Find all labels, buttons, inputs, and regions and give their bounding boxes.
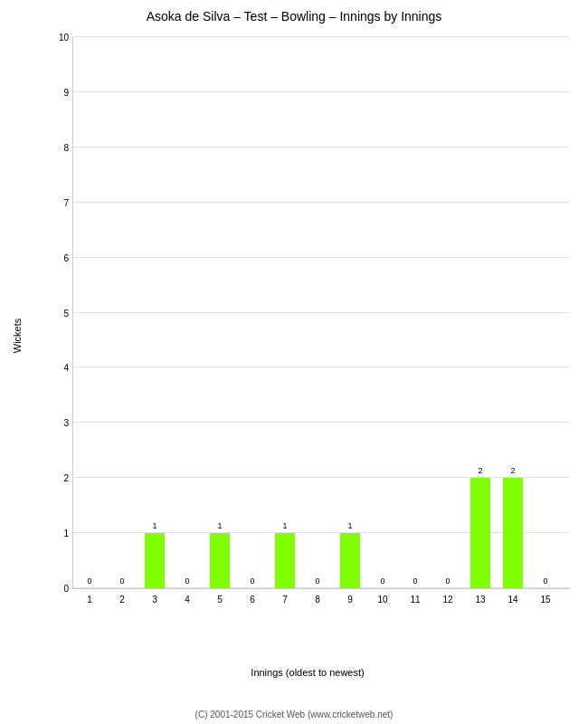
- bar: [145, 533, 165, 588]
- y-tick-label: 8: [51, 142, 69, 152]
- plot-area: 0123456789100102130415061708190100110122…: [72, 37, 570, 589]
- x-tick-label: 8: [315, 595, 320, 605]
- x-tick-label: 9: [347, 595, 353, 605]
- y-axis-label: Wickets: [12, 319, 23, 354]
- bar: [275, 533, 295, 588]
- x-tick-label: 7: [282, 595, 288, 605]
- bar-value-label: 0: [80, 576, 100, 586]
- y-tick-label: 0: [51, 584, 69, 594]
- bar-value-label: 1: [210, 521, 230, 530]
- footer: (C) 2001-2015 Cricket Web (www.cricketwe…: [195, 710, 394, 719]
- bar-value-label: 0: [112, 576, 132, 586]
- bar-value-label: 0: [177, 576, 197, 586]
- y-tick-label: 2: [51, 473, 69, 483]
- x-tick-label: 3: [152, 595, 157, 605]
- bar-value-label: 2: [503, 466, 523, 475]
- y-tick-label: 4: [51, 363, 69, 373]
- y-tick-label: 10: [51, 33, 69, 43]
- x-tick-label: 15: [540, 595, 550, 605]
- x-axis-label: Innings (oldest to newest): [251, 667, 364, 678]
- bar: [210, 533, 230, 588]
- x-tick-label: 2: [119, 595, 125, 605]
- bar-value-label: 2: [470, 466, 490, 475]
- y-tick-label: 3: [51, 418, 69, 428]
- x-tick-label: 4: [185, 595, 190, 605]
- grid-line: [73, 312, 570, 313]
- bar-value-label: 0: [438, 576, 458, 586]
- y-tick-label: 7: [51, 197, 69, 207]
- bar-value-label: 1: [145, 521, 165, 530]
- x-tick-label: 10: [377, 595, 387, 605]
- x-tick-label: 12: [442, 595, 452, 605]
- y-tick-label: 5: [51, 308, 69, 318]
- x-tick-label: 5: [217, 595, 223, 605]
- chart-container: Asoka de Silva – Test – Bowling – Inning…: [0, 0, 588, 724]
- y-tick-label: 1: [51, 529, 69, 538]
- chart-title: Asoka de Silva – Test – Bowling – Inning…: [147, 9, 442, 24]
- grid-line: [73, 477, 570, 478]
- x-tick-label: 6: [250, 595, 255, 605]
- bar-value-label: 0: [405, 576, 425, 586]
- bar-value-label: 1: [340, 521, 360, 530]
- grid-line: [73, 367, 570, 367]
- grid-line: [73, 147, 570, 148]
- chart-area: Wickets 01234567891001021304150617081901…: [36, 28, 579, 643]
- bar-value-label: 0: [373, 576, 393, 586]
- grid-line: [73, 257, 570, 258]
- grid-line: [73, 422, 570, 423]
- grid-line: [73, 36, 570, 37]
- grid-line: [73, 202, 570, 203]
- x-tick-label: 13: [475, 595, 485, 605]
- bar-value-label: 0: [308, 576, 327, 586]
- x-tick-label: 11: [410, 595, 420, 605]
- y-tick-label: 9: [51, 87, 69, 97]
- x-tick-label: 14: [507, 595, 517, 605]
- bar: [470, 478, 490, 588]
- bar: [503, 478, 523, 588]
- bar: [340, 533, 360, 588]
- bar-value-label: 0: [536, 576, 555, 586]
- x-tick-label: 1: [87, 595, 92, 605]
- bar-value-label: 0: [242, 576, 262, 586]
- grid-line: [73, 91, 570, 92]
- bar-value-label: 1: [275, 521, 295, 530]
- y-tick-label: 6: [51, 252, 69, 262]
